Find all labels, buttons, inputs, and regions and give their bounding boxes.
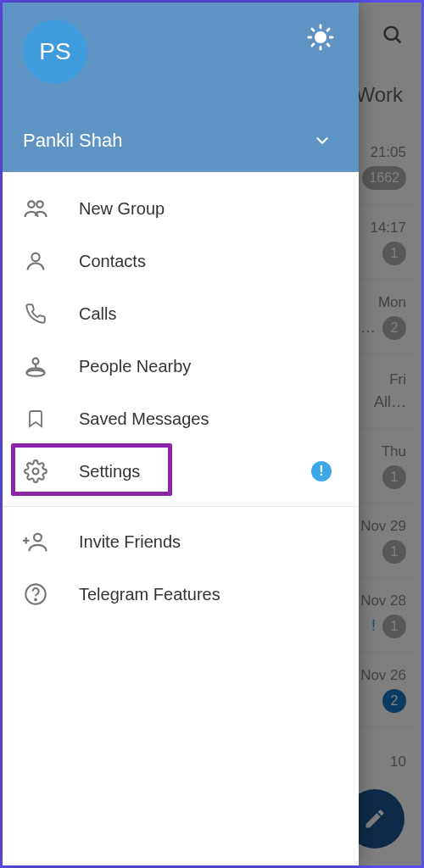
group-icon bbox=[23, 196, 48, 221]
menu-label: Invite Friends bbox=[79, 532, 181, 552]
menu-invite-friends[interactable]: Invite Friends bbox=[3, 515, 359, 568]
menu-label: New Group bbox=[79, 199, 165, 219]
svg-line-7 bbox=[312, 29, 314, 31]
theme-toggle-button[interactable] bbox=[303, 19, 338, 55]
svg-line-10 bbox=[327, 29, 329, 31]
svg-point-15 bbox=[27, 370, 45, 376]
add-person-icon bbox=[23, 529, 48, 554]
menu-label: People Nearby bbox=[79, 357, 191, 376]
account-expand-button[interactable] bbox=[306, 125, 338, 157]
menu-people-nearby[interactable]: People Nearby bbox=[3, 340, 359, 392]
svg-line-8 bbox=[327, 44, 329, 46]
menu-contacts[interactable]: Contacts bbox=[3, 235, 359, 287]
svg-point-16 bbox=[33, 469, 39, 475]
svg-point-2 bbox=[315, 31, 326, 43]
menu-divider bbox=[3, 506, 359, 507]
svg-line-9 bbox=[312, 44, 314, 46]
menu-new-group[interactable]: New Group bbox=[3, 182, 359, 235]
person-icon bbox=[23, 248, 48, 274]
menu-label: Settings bbox=[79, 462, 140, 481]
menu-settings[interactable]: Settings ! bbox=[3, 445, 359, 498]
menu-label: Telegram Features bbox=[79, 585, 220, 604]
menu-label: Contacts bbox=[79, 252, 146, 271]
menu-calls[interactable]: Calls bbox=[3, 287, 359, 340]
drawer-header: PS Pankil Shah bbox=[3, 3, 359, 172]
gear-icon bbox=[23, 459, 48, 484]
svg-point-14 bbox=[33, 359, 39, 364]
menu-saved-messages[interactable]: Saved Messages bbox=[3, 392, 359, 445]
svg-point-21 bbox=[35, 599, 36, 601]
svg-point-17 bbox=[34, 534, 42, 542]
menu-label: Saved Messages bbox=[79, 409, 209, 429]
sun-icon bbox=[306, 23, 335, 52]
menu-telegram-features[interactable]: Telegram Features bbox=[3, 568, 359, 620]
svg-point-12 bbox=[36, 201, 43, 208]
svg-point-13 bbox=[31, 253, 39, 261]
navigation-drawer: PS Pankil Shah New Group bbox=[3, 3, 359, 865]
people-nearby-icon bbox=[23, 353, 48, 379]
chevron-down-icon bbox=[313, 131, 332, 150]
alert-badge: ! bbox=[311, 461, 332, 481]
phone-icon bbox=[23, 301, 48, 326]
bookmark-icon bbox=[23, 406, 48, 431]
help-icon bbox=[23, 581, 48, 607]
username[interactable]: Pankil Shah bbox=[23, 130, 122, 152]
svg-point-11 bbox=[28, 201, 35, 208]
menu-label: Calls bbox=[79, 304, 116, 324]
avatar[interactable]: PS bbox=[23, 19, 87, 84]
